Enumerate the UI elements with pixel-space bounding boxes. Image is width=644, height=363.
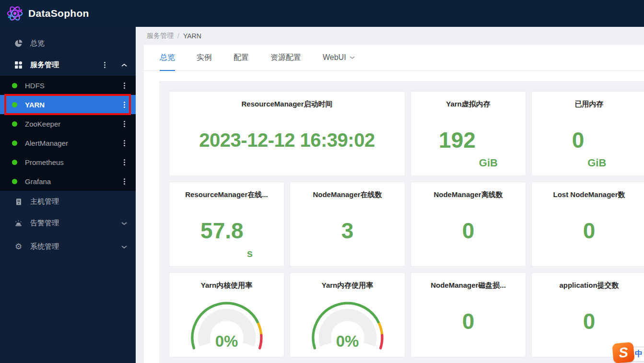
card-value: 2023-12-12 16:39:02: [199, 130, 375, 150]
status-dot-green: [12, 102, 17, 107]
card-value: 0: [572, 129, 585, 151]
service-name: HDFS: [25, 82, 124, 90]
more-actions-icon[interactable]: [104, 64, 105, 66]
service-name: YARN: [25, 101, 124, 109]
card-title: Lost NodeManager数: [553, 190, 625, 199]
more-actions-icon[interactable]: [124, 123, 125, 125]
metric-card-yarn-memory-usage: Yarn内存使用率 0%: [290, 272, 405, 357]
sidebar-item-label: 系统管理: [30, 242, 121, 251]
service-name: Prometheus: [25, 158, 124, 166]
sogou-logo-icon[interactable]: S: [612, 342, 634, 363]
server-icon: [14, 198, 23, 206]
tab-webui-dropdown[interactable]: WebUI: [323, 45, 355, 70]
sidebar-item-label: 告警管理: [30, 219, 121, 228]
app-title: DataSophon: [28, 8, 89, 19]
tab-bar: 总览 实例 配置 资源配置 WebUI: [144, 45, 644, 71]
chevron-up-icon[interactable]: [121, 63, 127, 67]
sidebar-item-label: 总览: [30, 39, 127, 48]
tab-instances[interactable]: 实例: [197, 45, 212, 70]
metric-card-rm-start-time: ResourceManager启动时间 2023-12-12 16:39:02: [169, 91, 405, 176]
card-title: application提交数: [559, 281, 619, 290]
content-panel: 总览 实例 配置 资源配置 WebUI ResourceManager启动时间 …: [144, 45, 644, 363]
card-unit: GiB: [479, 157, 498, 171]
card-value: 0: [583, 310, 596, 332]
sidebar-item-host-mgmt[interactable]: 主机管理: [0, 191, 136, 212]
sidebar-item-system-mgmt[interactable]: ⚙ 系统管理: [0, 236, 136, 258]
more-actions-icon[interactable]: [124, 162, 125, 163]
metric-card-nm-online: NodeManager在线数 3: [290, 182, 405, 267]
card-title: NodeManager离线数: [433, 190, 503, 199]
service-name: ZooKeeper: [25, 120, 124, 128]
status-dot-green: [12, 179, 17, 184]
card-title: ResourceManager在线...: [185, 190, 268, 199]
metric-card-nm-offline: NodeManager离线数 0: [410, 182, 526, 267]
gauge-value: 0%: [184, 333, 270, 349]
more-actions-icon[interactable]: [124, 85, 125, 86]
main-content: 服务管理 / YARN 总览 实例 配置 资源配置 WebUI Resource…: [136, 27, 644, 363]
breadcrumb: 服务管理 / YARN: [136, 27, 644, 45]
breadcrumb-separator: /: [177, 32, 179, 40]
service-submenu: HDFS YARN ZooKeeper AlertManager Prometh…: [0, 76, 136, 191]
ime-indicator: S 中: [613, 343, 644, 363]
card-title: Yarn虚拟内存: [446, 100, 491, 109]
app-logo-atom-icon: [6, 4, 24, 23]
card-value: 57.8: [200, 220, 244, 242]
breadcrumb-current: YARN: [183, 32, 201, 40]
pie-chart-icon: [14, 39, 23, 47]
gauge-value: 0%: [304, 333, 391, 349]
sidebar-item-service-mgmt[interactable]: 服务管理: [0, 54, 136, 76]
card-title: NodeManager在线数: [313, 190, 382, 199]
app-header: DataSophon: [0, 0, 644, 27]
sidebar-item-overview[interactable]: 总览: [0, 33, 136, 54]
metric-card-yarn-core-usage: Yarn内核使用率 0%: [169, 272, 284, 357]
sidebar-service-hdfs[interactable]: HDFS: [0, 76, 136, 95]
card-value: 3: [341, 220, 354, 242]
card-value: 0: [462, 310, 475, 332]
chevron-down-icon: [350, 56, 355, 59]
tab-overview[interactable]: 总览: [160, 45, 175, 70]
sidebar-service-grafana[interactable]: Grafana: [0, 172, 136, 191]
card-title: Yarn内核使用率: [201, 281, 253, 290]
chevron-down-icon[interactable]: [121, 222, 127, 225]
card-title: Yarn内存使用率: [322, 281, 374, 290]
sidebar-service-prometheus[interactable]: Prometheus: [0, 152, 136, 172]
breadcrumb-section[interactable]: 服务管理: [147, 32, 174, 40]
metrics-dashboard: ResourceManager启动时间 2023-12-12 16:39:02 …: [159, 81, 644, 363]
metric-card-nm-disk-damage: NodeManager磁盘损... 0: [410, 272, 526, 357]
sidebar-item-alert-mgmt[interactable]: 告警管理: [0, 212, 136, 234]
status-dot-green: [12, 121, 17, 127]
metric-card-grid: ResourceManager启动时间 2023-12-12 16:39:02 …: [169, 91, 644, 357]
card-title: 已用内存: [575, 100, 604, 109]
chevron-down-icon[interactable]: [121, 245, 127, 249]
gear-icon: ⚙: [14, 243, 23, 251]
tab-config[interactable]: 配置: [234, 45, 249, 70]
sidebar-service-alertmanager[interactable]: AlertManager: [0, 133, 136, 152]
alarm-icon: [14, 219, 23, 227]
card-value: 192: [439, 129, 476, 151]
appstore-icon: [14, 61, 23, 69]
metric-card-used-memory: 已用内存 0GiB: [531, 91, 644, 176]
metric-card-rm-online: ResourceManager在线... 57.8s: [169, 182, 284, 267]
sidebar-nav: 总览 服务管理 HDFS YARN ZooK: [0, 27, 136, 363]
more-actions-icon[interactable]: [124, 142, 125, 144]
service-name: Grafana: [25, 177, 124, 186]
status-dot-green: [12, 160, 17, 165]
metric-card-yarn-virtual-memory: Yarn虚拟内存 192GiB: [410, 91, 526, 176]
sidebar-item-label: 主机管理: [30, 197, 127, 206]
more-actions-icon[interactable]: [124, 104, 125, 105]
tab-resource-config[interactable]: 资源配置: [270, 45, 301, 70]
card-unit: s: [247, 247, 253, 261]
sidebar-service-zookeeper[interactable]: ZooKeeper: [0, 114, 136, 133]
card-value: 0: [583, 220, 596, 242]
card-title: ResourceManager启动时间: [241, 100, 332, 109]
more-actions-icon[interactable]: [124, 181, 125, 182]
gauge-chart: 0%: [304, 294, 391, 351]
card-unit: GiB: [587, 157, 606, 171]
sidebar-item-label: 服务管理: [30, 60, 104, 70]
card-value: 0: [462, 220, 475, 242]
service-name: AlertManager: [25, 139, 124, 147]
status-dot-green: [12, 141, 17, 146]
card-title: NodeManager磁盘损...: [431, 281, 506, 290]
metric-card-lost-nm: Lost NodeManager数 0: [531, 182, 644, 267]
sidebar-service-yarn[interactable]: YARN: [0, 95, 136, 114]
